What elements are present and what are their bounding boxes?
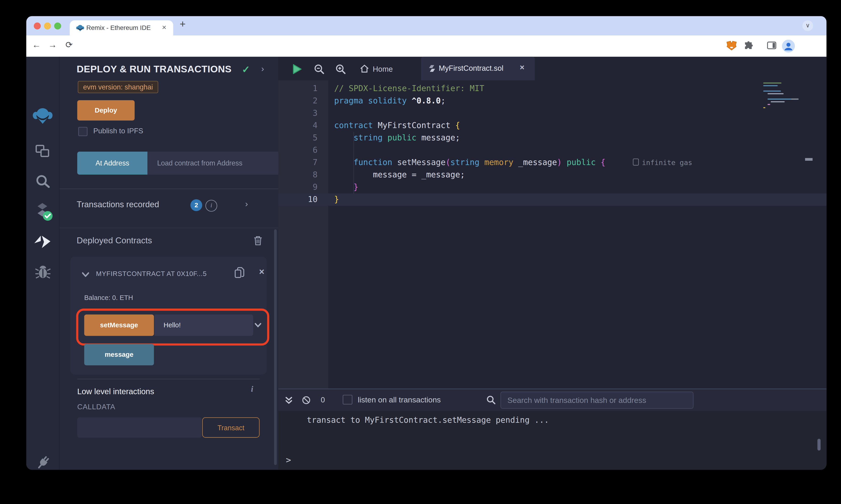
low-level-info-icon[interactable]: i	[251, 384, 253, 394]
terminal-search-input[interactable]	[500, 392, 693, 409]
at-address-button[interactable]: At Address	[77, 151, 148, 175]
remix-logo-icon[interactable]	[32, 108, 53, 124]
home-icon[interactable]	[360, 65, 369, 73]
zoom-in-icon[interactable]	[335, 64, 346, 74]
remix-favicon-icon	[76, 24, 84, 32]
transact-button[interactable]: Transact	[202, 417, 260, 437]
solidity-compiler-icon[interactable]	[33, 202, 54, 221]
terminal-prompt[interactable]: >	[286, 455, 291, 465]
balance-label: Balance: 0. ETH	[84, 294, 133, 302]
activity-bar	[26, 57, 59, 470]
file-tab-close-icon[interactable]: ×	[520, 63, 525, 72]
run-script-play-icon[interactable]	[292, 64, 302, 74]
tab-title: Remix - Ethereum IDE	[86, 24, 151, 32]
search-icon[interactable]	[35, 174, 51, 189]
compile-check-icon: ✓	[242, 64, 250, 75]
low-level-title: Low level interactions	[77, 387, 154, 396]
panel-divider	[59, 188, 279, 189]
tab-search-button[interactable]: ∨	[802, 20, 813, 31]
traffic-light-minimize[interactable]	[44, 23, 51, 30]
gas-pump-icon	[633, 159, 639, 166]
section-divider	[59, 228, 279, 228]
home-tab[interactable]: Home	[373, 65, 393, 73]
back-icon[interactable]: ←	[32, 40, 41, 50]
message-getter-button[interactable]: message	[84, 344, 154, 365]
reload-icon[interactable]: ⟳	[65, 40, 72, 50]
deployed-contracts-title: Deployed Contracts	[77, 236, 152, 246]
set-message-input[interactable]	[154, 314, 253, 336]
at-address-input[interactable]	[148, 151, 283, 175]
deployed-contract-card: MYFIRSTCONTRACT AT 0X10F...5 × Balance: …	[70, 256, 267, 374]
browser-toolbar: ← → ⟳ remix.ethereum.org/#lang=en&optimi…	[26, 35, 827, 57]
transactions-info-icon[interactable]: i	[205, 200, 217, 212]
terminal-count: 0	[321, 395, 325, 404]
deploy-button[interactable]: Deploy	[77, 100, 135, 121]
publish-ipfs-label: Publish to IPFS	[93, 127, 143, 135]
scrollbar-decoration	[805, 158, 813, 161]
debugger-icon[interactable]	[35, 264, 51, 280]
clear-instances-trash-icon[interactable]	[254, 236, 262, 246]
side-panel-icon[interactable]	[767, 41, 776, 50]
collapse-terminal-icon[interactable]	[285, 396, 293, 404]
minimap[interactable]	[761, 83, 804, 132]
file-explorer-icon[interactable]	[35, 145, 50, 158]
clear-console-icon[interactable]	[302, 396, 311, 404]
set-message-button[interactable]: setMessage	[84, 314, 154, 336]
browser-tab[interactable]: Remix - Ethereum IDE ×	[70, 20, 173, 35]
zoom-out-icon[interactable]	[314, 64, 325, 74]
plugin-manager-icon[interactable]	[35, 455, 51, 470]
traffic-light-zoom[interactable]	[54, 23, 61, 30]
publish-ipfs-checkbox[interactable]	[79, 127, 87, 136]
browser-window: Remix - Ethereum IDE × + ∨ ← → ⟳ remix.e…	[26, 16, 827, 470]
terminal-header: 0 listen on all transactions	[278, 390, 827, 411]
editor-area: Home MyFirstContract.sol × 12345678910 /…	[278, 57, 827, 470]
extensions-puzzle-icon[interactable]	[744, 41, 753, 51]
file-tab-label: MyFirstContract.sol	[439, 64, 503, 72]
transactions-recorded-label: Transactions recorded	[77, 200, 159, 209]
code-content[interactable]: // SPDX-License-Identifier: MITpragma so…	[334, 83, 692, 206]
metamask-extension-icon[interactable]	[726, 41, 737, 51]
listen-checkbox[interactable]	[343, 395, 353, 404]
panel-title: DEPLOY & RUN TRANSACTIONS	[77, 64, 232, 75]
transactions-expand-chevron-icon[interactable]: ›	[245, 199, 248, 209]
terminal-log-line: transact to MyFirstContract.setMessage p…	[307, 415, 549, 425]
new-tab-button[interactable]: +	[179, 18, 186, 30]
line-numbers: 12345678910	[278, 83, 317, 206]
expand-args-chevron-icon[interactable]	[255, 323, 261, 327]
browser-tabbar: Remix - Ethereum IDE × + ∨	[26, 16, 827, 35]
copy-address-icon[interactable]	[235, 267, 245, 279]
screenshot-stage: Remix - Ethereum IDE × + ∨ ← → ⟳ remix.e…	[0, 0, 841, 504]
terminal-log[interactable]: transact to MyFirstContract.setMessage p…	[278, 411, 827, 470]
forward-icon[interactable]: →	[48, 40, 57, 50]
deploy-and-run-icon[interactable]	[34, 235, 51, 249]
terminal-scrollbar[interactable]	[818, 439, 821, 451]
evm-version-badge: evm version: shanghai	[78, 81, 158, 93]
listen-label: listen on all transactions	[358, 395, 441, 404]
file-tab-active[interactable]: MyFirstContract.sol ×	[421, 57, 535, 80]
card-divider	[77, 379, 260, 379]
panel-scrollbar[interactable]	[274, 229, 277, 465]
indent-guide	[354, 132, 354, 194]
tab-close-icon[interactable]: ×	[162, 23, 166, 32]
contract-instance-label[interactable]: MYFIRSTCONTRACT AT 0X10F...5	[96, 270, 230, 277]
calldata-input[interactable]	[77, 417, 202, 437]
solidity-file-icon	[429, 65, 435, 72]
terminal-search-icon	[486, 395, 496, 404]
transactions-count-badge: 2	[190, 199, 202, 211]
profile-avatar[interactable]	[782, 40, 795, 53]
gas-estimate-annotation: infinite gas	[633, 159, 692, 167]
contract-expand-chevron-icon[interactable]	[82, 272, 89, 277]
remove-instance-icon[interactable]: ×	[259, 267, 264, 277]
remix-app: DEPLOY & RUN TRANSACTIONS ✓ › evm versio…	[26, 57, 827, 470]
deploy-run-panel: DEPLOY & RUN TRANSACTIONS ✓ › evm versio…	[59, 57, 279, 470]
calldata-label: CALLDATA	[77, 403, 116, 411]
traffic-light-close[interactable]	[34, 23, 41, 30]
panel-collapse-chevron-icon[interactable]: ›	[261, 65, 264, 74]
